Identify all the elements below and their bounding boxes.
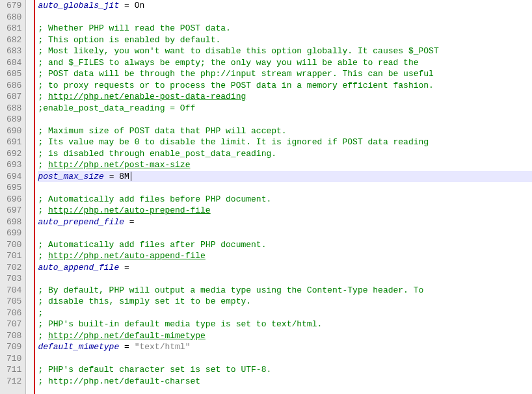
code-line[interactable]: auto_prepend_file = (38, 217, 532, 228)
code-line[interactable]: ; and $_FILES to always be empty; the on… (38, 57, 532, 69)
code-line[interactable]: ; PHP's built-in default media type is s… (38, 319, 532, 330)
margin-cell (26, 217, 34, 228)
code-line[interactable]: ; Most likely, you won't want to disable… (38, 46, 532, 57)
ini-value: 8M (119, 172, 129, 181)
line-number: 698 (7, 217, 21, 228)
margin-cell (26, 308, 34, 319)
line-number: 693 (7, 159, 21, 171)
margin-cell (26, 57, 34, 69)
comment-text: ; Whether PHP will read the POST data. (38, 23, 230, 33)
code-line[interactable]: auto_append_file = (38, 262, 532, 274)
comment-link[interactable]: http://php.net/auto-prepend-file (48, 205, 211, 215)
margin-cell (26, 23, 34, 34)
margin-cell (26, 125, 34, 137)
comment-text: ; Automatically add files before PHP doc… (38, 194, 271, 204)
code-line[interactable]: ; http://php.net/enable-post-data-readin… (38, 91, 532, 103)
code-line[interactable]: ; http://php.net/post-max-size (38, 159, 532, 171)
equals-op: = (124, 217, 139, 227)
comment-text: ; POST data will be through the php://in… (38, 69, 434, 79)
code-line[interactable]: ; PHP's default character set is set to … (38, 364, 532, 376)
margin-cell (26, 330, 34, 342)
code-line[interactable]: ; http://php.net/default-charset (38, 376, 532, 387)
margin-cell (26, 205, 34, 217)
comment-link[interactable]: http://php.net/default-mimetype (48, 331, 206, 341)
margin-cell (26, 103, 34, 114)
code-line[interactable]: default_mimetype = "text/html" (38, 341, 532, 353)
margin-cell (26, 341, 34, 353)
code-editor[interactable]: 6796806816826836846856866876886896906916… (0, 0, 532, 394)
line-number: 711 (7, 364, 21, 376)
comment-prefix: ; (38, 205, 48, 215)
comment-text: ; (38, 308, 43, 318)
margin-cell (26, 182, 34, 194)
code-line[interactable]: ; Its value may be 0 to disable the limi… (38, 137, 532, 148)
code-line[interactable]: ; is disabled through enable_post_data_r… (38, 148, 532, 160)
margin-cell (26, 171, 34, 183)
line-number: 699 (7, 228, 21, 239)
line-number: 689 (7, 114, 21, 125)
code-line[interactable]: ; By default, PHP will output a media ty… (38, 285, 532, 296)
margin-cell (26, 376, 34, 387)
code-line[interactable] (38, 273, 532, 285)
comment-link[interactable]: http://php.net/auto-append-file (48, 251, 206, 261)
code-line[interactable]: ;enable_post_data_reading = Off (38, 103, 532, 114)
equals-op: = (119, 342, 134, 352)
margin-cell (26, 296, 34, 308)
comment-text: ; Its value may be 0 to disable the limi… (38, 137, 429, 147)
code-line[interactable] (38, 182, 532, 194)
margin-cell (26, 319, 34, 330)
code-line[interactable]: ; Automatically add files before PHP doc… (38, 194, 532, 205)
line-number: 696 (7, 194, 21, 205)
code-line[interactable]: ; (38, 308, 532, 319)
line-number: 686 (7, 80, 21, 92)
margin-cell (26, 285, 34, 296)
code-line[interactable] (38, 353, 532, 365)
comment-text: ; to proxy requests or to process the PO… (38, 81, 434, 90)
line-number: 692 (7, 148, 21, 160)
line-number: 710 (7, 353, 21, 365)
margin-cell (26, 148, 34, 160)
equals-op: = (119, 263, 134, 272)
code-line[interactable]: ; disable this, simply set it to be empt… (38, 296, 532, 308)
code-line[interactable]: ; http://php.net/auto-append-file (38, 250, 532, 262)
code-line[interactable]: ; http://php.net/auto-prepend-file (38, 205, 532, 217)
code-line[interactable]: ; POST data will be through the php://in… (38, 68, 532, 80)
margin-cell (26, 228, 34, 239)
ini-key: post_max_size (38, 172, 103, 181)
line-number: 685 (7, 68, 21, 80)
code-line[interactable] (38, 114, 532, 125)
code-line[interactable]: auto_globals_jit = On (38, 0, 532, 12)
margin-cell (26, 68, 34, 80)
comment-link[interactable]: http://php.net/post-max-size (48, 160, 190, 170)
ini-key: auto_append_file (38, 263, 119, 272)
line-number: 704 (7, 285, 21, 296)
line-number: 683 (7, 46, 21, 57)
code-line[interactable]: ; Automatically add files after PHP docu… (38, 239, 532, 251)
code-line[interactable]: ; Maximum size of POST data that PHP wil… (38, 125, 532, 137)
line-number: 700 (7, 239, 21, 251)
comment-text: ; By default, PHP will output a media ty… (38, 285, 423, 295)
ini-key: default_mimetype (38, 342, 119, 352)
code-line[interactable]: ; Whether PHP will read the POST data. (38, 23, 532, 34)
comment-text: ; Most likely, you won't want to disable… (38, 46, 438, 56)
line-number: 691 (7, 137, 21, 148)
code-line[interactable]: post_max_size = 8M (38, 171, 532, 183)
code-line[interactable]: ; http://php.net/default-mimetype (38, 330, 532, 342)
code-line[interactable]: ; This option is enabled by default. (38, 34, 532, 46)
margin-cell (26, 12, 34, 23)
comment-text: ; PHP's default character set is set to … (38, 365, 271, 374)
code-line[interactable] (38, 12, 532, 23)
line-number: 707 (7, 319, 21, 330)
ini-value: On (135, 1, 145, 10)
comment-text: ; http://php.net/default-charset (38, 376, 200, 386)
equals-op: = (119, 1, 134, 10)
margin-cell (26, 80, 34, 92)
line-number: 680 (7, 12, 21, 23)
code-line[interactable]: ; to proxy requests or to process the PO… (38, 80, 532, 92)
line-number: 690 (7, 125, 21, 137)
code-area[interactable]: auto_globals_jit = On ; Whether PHP will… (35, 0, 532, 394)
text-caret (131, 172, 131, 181)
code-line[interactable] (38, 228, 532, 239)
line-number: 687 (7, 91, 21, 103)
comment-link[interactable]: http://php.net/enable-post-data-reading (48, 92, 246, 101)
